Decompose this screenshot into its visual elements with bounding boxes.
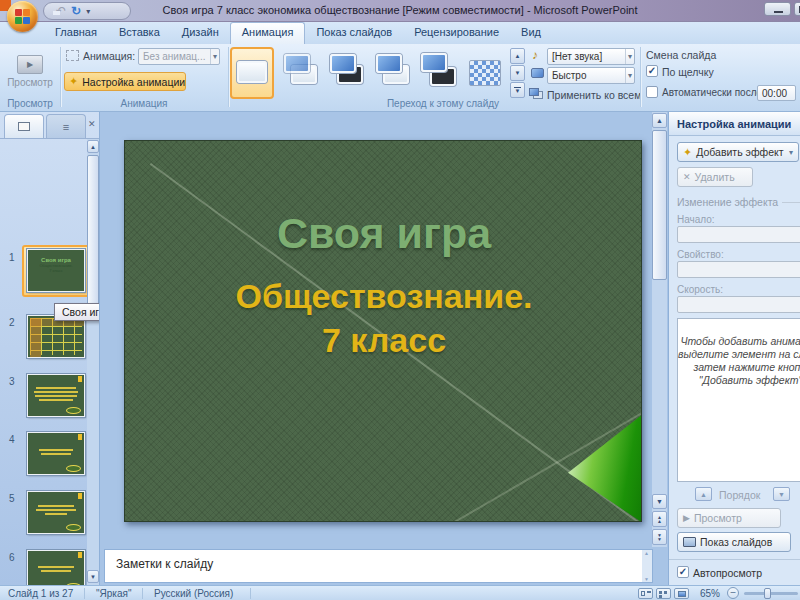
slide-thumbnail-1[interactable]: Своя игра Обществознание. 7 класс — [27, 249, 85, 292]
notes-scrollbar[interactable]: ▲ ▼ — [642, 550, 652, 582]
custom-animation-icon: ✦ — [69, 75, 78, 88]
transition-option-cut-black[interactable] — [418, 47, 460, 99]
hint-line: затем нажмите кнопку — [678, 361, 800, 374]
previous-slide-button[interactable]: ▲▲ — [652, 511, 667, 527]
theme-name: "Яркая" — [96, 588, 131, 599]
slide-sorter-view-button[interactable] — [656, 588, 671, 599]
transition-group-label: Переход к этому слайду — [228, 98, 658, 109]
slide-indicator: Слайд 1 из 27 — [8, 588, 73, 599]
animate-icon — [66, 50, 79, 61]
zoom-out-button[interactable]: – — [727, 587, 739, 599]
transition-speed-dropdown[interactable]: Быстро ▾ — [547, 67, 635, 84]
slide-canvas[interactable]: Своя игра Обществознание. 7 класс — [124, 140, 642, 522]
slideshow-view-button[interactable] — [674, 588, 689, 599]
panel-scroll-up-button[interactable]: ▲ — [87, 140, 99, 153]
gallery-more-button[interactable]: ▼ — [510, 82, 525, 98]
tab-slides-thumbnails[interactable] — [4, 114, 44, 138]
autopreview-label: Автопросмотр — [693, 567, 762, 579]
slide-thumbnail-5[interactable] — [27, 491, 85, 534]
slide-subtitle-line1[interactable]: Обществознание. — [125, 277, 642, 316]
maximize-button[interactable] — [794, 2, 800, 16]
next-slide-button[interactable]: ▼▼ — [652, 529, 667, 545]
redo-button[interactable]: ↻ — [71, 4, 81, 18]
quick-access-toolbar: ↶ ↻ ▾ — [43, 2, 131, 20]
panel-scroll-down-button[interactable]: ▼ — [87, 570, 99, 583]
status-bar: Слайд 1 из 27 "Яркая" Русский (Россия) 6… — [0, 585, 800, 600]
pane-slideshow-label: Показ слайдов — [700, 536, 772, 548]
slide-thumbnail-2[interactable] — [27, 315, 85, 358]
office-logo-icon — [23, 9, 30, 16]
slide-corner-triangle — [568, 414, 642, 522]
autopreview-checkbox[interactable]: ✓ — [677, 566, 689, 578]
close-icon: ✕ — [88, 119, 96, 129]
zoom-slider-track[interactable] — [744, 592, 798, 595]
tab-slideshow[interactable]: Показ слайдов — [305, 22, 403, 44]
main-scroll-down-button[interactable]: ▼ — [652, 494, 667, 509]
tab-outline[interactable]: ≡ — [46, 114, 86, 138]
slide-thumbnail-6[interactable] — [27, 550, 85, 585]
slide-thumbnail-4[interactable] — [27, 432, 85, 475]
tab-home[interactable]: Главная — [44, 22, 108, 44]
normal-view-button[interactable] — [638, 588, 653, 599]
minimize-button[interactable] — [764, 2, 791, 16]
tab-insert[interactable]: Вставка — [108, 22, 171, 44]
slideshow-preview-icon: ▶ — [17, 55, 43, 74]
slide-number: 3 — [9, 376, 15, 387]
tab-animation[interactable]: Анимация — [230, 22, 306, 44]
language-indicator[interactable]: Русский (Россия) — [154, 588, 233, 599]
panel-divider — [0, 138, 100, 139]
auto-after-checkbox[interactable] — [646, 86, 658, 98]
add-effect-icon: ✦ — [683, 146, 692, 159]
notes-area[interactable]: Заметки к слайду — [104, 549, 653, 583]
pane-slideshow-button[interactable]: Показ слайдов — [677, 532, 791, 552]
slide-subtitle-line2[interactable]: 7 класс — [125, 321, 642, 360]
slides-panel: ≡ ✕ 1 Своя игра Обществознание. 7 класс … — [0, 112, 100, 585]
on-click-checkbox[interactable]: ✓ — [646, 65, 658, 77]
transition-option-fade-black[interactable] — [326, 47, 368, 99]
panel-scrollbar-thumb[interactable] — [87, 155, 99, 305]
hint-line: "Добавить эффект". — [678, 374, 800, 387]
zoom-slider-handle[interactable] — [764, 588, 771, 599]
transition-option-none[interactable] — [230, 47, 274, 99]
start-select: ▾ — [677, 226, 800, 243]
close-panel-button[interactable]: ✕ — [88, 119, 96, 129]
effect-section-title: Изменение эффекта — [677, 196, 778, 208]
transition-dissolve-icon — [469, 60, 501, 86]
transition-option-fade[interactable] — [280, 47, 322, 99]
slide-thumbnail-3[interactable] — [27, 374, 85, 417]
tab-design[interactable]: Дизайн — [171, 22, 230, 44]
on-click-label: По щелчку — [662, 66, 714, 78]
main-scroll-up-button[interactable]: ▲ — [652, 113, 667, 128]
tab-review[interactable]: Рецензирование — [403, 22, 510, 44]
gallery-scroll-down-button[interactable]: ▼ — [510, 65, 525, 81]
advance-slide-title: Смена слайда — [646, 49, 716, 61]
up-arrow-icon: ▲ — [515, 53, 521, 59]
down-arrow-icon: ▼ — [90, 574, 96, 580]
tab-view[interactable]: Вид — [510, 22, 552, 44]
pane-preview-label: Просмотр — [694, 512, 742, 524]
office-button[interactable] — [7, 1, 38, 32]
transition-none-icon — [237, 61, 267, 83]
play-icon: ▶ — [683, 513, 690, 523]
zoom-level[interactable]: 65% — [700, 588, 720, 599]
gallery-scroll-up-button[interactable]: ▲ — [510, 48, 525, 64]
office-logo-icon — [15, 17, 22, 24]
transition-sound-value: [Нет звука] — [552, 51, 602, 62]
minus-icon: – — [730, 587, 735, 597]
transition-option-dissolve[interactable] — [464, 47, 506, 99]
down-arrow-icon: ▼ — [644, 576, 649, 582]
qat-customize-button[interactable]: ▾ — [86, 7, 90, 16]
transition-sound-dropdown[interactable]: [Нет звука] ▾ — [547, 48, 635, 65]
animation-dropdown: Без анимац... ▾ — [138, 48, 220, 65]
slide-title[interactable]: Своя игра — [125, 209, 642, 258]
animation-list: Чтобы добавить анимацию, выделите элемен… — [677, 318, 800, 482]
pane-title: Настройка анимации — [669, 112, 800, 136]
transition-option-cut[interactable] — [372, 47, 414, 99]
custom-animation-button[interactable]: ✦ Настройка анимации — [64, 72, 186, 91]
animation-group-label: Анимация — [60, 98, 228, 109]
auto-after-time-input[interactable]: 00:00 — [757, 85, 796, 101]
up-arrow-icon: ▲ — [644, 550, 649, 556]
transition-sound-icon: ♪ — [532, 48, 538, 62]
add-effect-button[interactable]: ✦ Добавить эффект ▾ — [677, 142, 799, 162]
main-scrollbar-thumb[interactable] — [652, 130, 667, 280]
